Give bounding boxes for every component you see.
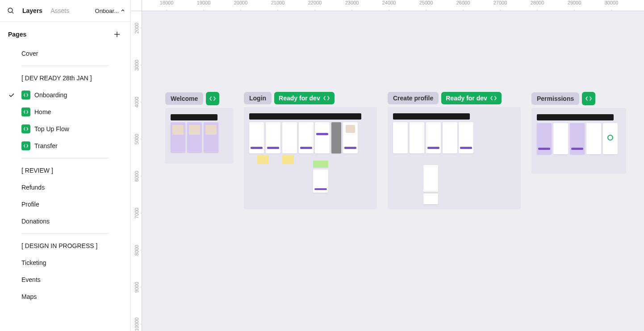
page-item-label: Cover bbox=[21, 50, 38, 57]
page-item[interactable]: Home bbox=[0, 103, 130, 120]
ruler-tick: 5000 bbox=[131, 134, 142, 145]
ruler-tick: 8000 bbox=[131, 245, 142, 256]
pages-list: Cover[ DEV READY 28th JAN ]OnboardingHom… bbox=[0, 43, 130, 331]
checkmark-icon bbox=[8, 91, 15, 99]
page-item-label: Ticketing bbox=[21, 259, 46, 266]
ruler-tick: 29000 bbox=[568, 0, 581, 11]
search-icon[interactable] bbox=[5, 5, 16, 16]
section-title-welcome[interactable]: Welcome bbox=[165, 92, 203, 105]
page-item[interactable]: Maps bbox=[0, 288, 130, 305]
page-item-label: Events bbox=[21, 276, 41, 283]
ruler-tick: 21000 bbox=[271, 0, 285, 11]
ruler-horizontal[interactable]: 1800019000200002100022000230002400025000… bbox=[142, 0, 644, 11]
ruler-tick: 24000 bbox=[382, 0, 396, 11]
ruler-tick: 25000 bbox=[419, 0, 433, 11]
ruler-tick: 18000 bbox=[160, 0, 174, 11]
ruler-tick: 3000 bbox=[131, 60, 142, 70]
ruler-vertical[interactable]: 2000300040005000600070008000900010000 bbox=[131, 11, 142, 331]
status-badge-label: Ready for dev bbox=[446, 95, 487, 102]
ruler-tick: 4000 bbox=[131, 97, 142, 108]
section-title-permissions[interactable]: Permissions bbox=[531, 92, 579, 105]
section-login[interactable]: Login Ready for dev bbox=[244, 92, 377, 209]
ruler-tick: 26000 bbox=[456, 0, 470, 11]
tab-layers[interactable]: Layers bbox=[21, 5, 44, 16]
page-item-label: Refunds bbox=[21, 184, 45, 191]
page-item[interactable]: Refunds bbox=[0, 179, 130, 196]
ruler-tick: 9000 bbox=[131, 282, 142, 293]
left-sidebar: Layers Assets Onboar... Pages Cover[ DEV… bbox=[0, 0, 131, 331]
svg-point-0 bbox=[8, 8, 13, 12]
page-item[interactable]: Cover bbox=[0, 45, 130, 62]
ruler-tick: 28000 bbox=[531, 0, 544, 11]
page-item[interactable]: Donations bbox=[0, 213, 130, 230]
dev-ready-icon bbox=[21, 124, 30, 133]
canvas[interactable]: 1800019000200002100022000230002400025000… bbox=[131, 0, 644, 331]
ruler-corner bbox=[131, 0, 142, 11]
ruler-tick: 7000 bbox=[131, 208, 142, 219]
page-item[interactable]: Profile bbox=[0, 196, 130, 213]
ruler-tick: 27000 bbox=[493, 0, 507, 11]
sidebar-tabs: Layers Assets Onboar... bbox=[0, 0, 130, 22]
status-badge-label: Ready for dev bbox=[279, 95, 320, 102]
svg-line-1 bbox=[12, 12, 13, 13]
ruler-tick: 23000 bbox=[345, 0, 359, 11]
add-page-button[interactable] bbox=[112, 29, 122, 40]
section-permissions[interactable]: Permissions bbox=[531, 92, 626, 174]
page-item-label: Donations bbox=[21, 218, 50, 225]
page-item-label: Home bbox=[34, 108, 51, 116]
page-item[interactable]: Transfer bbox=[0, 137, 130, 154]
code-icon bbox=[490, 95, 497, 102]
chevron-up-icon bbox=[121, 8, 125, 13]
page-item-label: [ DEV READY 28th JAN ] bbox=[21, 74, 92, 82]
page-divider bbox=[21, 233, 109, 234]
canvas-content[interactable]: Welcome Login bbox=[142, 11, 644, 331]
page-divider bbox=[21, 158, 109, 158]
dev-ready-icon bbox=[21, 141, 30, 150]
section-welcome[interactable]: Welcome bbox=[165, 92, 234, 164]
section-title-login[interactable]: Login bbox=[244, 92, 272, 104]
ruler-tick: 6000 bbox=[131, 171, 142, 182]
page-item[interactable]: Ticketing bbox=[0, 254, 130, 271]
page-item[interactable]: [ REVIEW ] bbox=[0, 162, 130, 179]
ruler-tick: 30000 bbox=[605, 0, 619, 11]
section-create-profile[interactable]: Create profile Ready for dev bbox=[388, 92, 521, 209]
ruler-tick: 20000 bbox=[234, 0, 248, 11]
page-item[interactable]: Top Up Flow bbox=[0, 120, 130, 137]
dev-status-icon[interactable] bbox=[206, 92, 219, 105]
page-item-label: Profile bbox=[21, 201, 39, 208]
code-icon bbox=[323, 95, 330, 102]
dev-status-icon[interactable] bbox=[582, 92, 595, 105]
page-item[interactable]: Onboarding bbox=[0, 87, 130, 103]
pages-header-label: Pages bbox=[8, 31, 26, 38]
ruler-tick: 10000 bbox=[131, 318, 142, 331]
page-divider bbox=[21, 66, 109, 66]
page-item-label: Top Up Flow bbox=[34, 125, 69, 132]
pages-header: Pages bbox=[0, 22, 130, 43]
dev-ready-icon bbox=[21, 91, 30, 99]
ruler-tick: 22000 bbox=[308, 0, 322, 11]
ruler-tick: 2000 bbox=[131, 23, 142, 33]
section-frame-login[interactable] bbox=[244, 107, 377, 209]
page-item[interactable]: [ DEV READY 28th JAN ] bbox=[0, 70, 130, 87]
dev-ready-icon bbox=[21, 108, 30, 116]
tab-assets[interactable]: Assets bbox=[49, 5, 71, 16]
page-dropdown[interactable]: Onboar... bbox=[95, 8, 125, 14]
ruler-tick: 19000 bbox=[197, 0, 211, 11]
page-item-label: Maps bbox=[21, 293, 37, 300]
section-frame-permissions[interactable] bbox=[531, 108, 626, 174]
page-item-label: Transfer bbox=[34, 142, 58, 149]
page-item[interactable]: Events bbox=[0, 271, 130, 288]
section-frame-create-profile[interactable] bbox=[388, 107, 521, 209]
section-title-create-profile[interactable]: Create profile bbox=[388, 92, 439, 104]
page-item-label: [ DESIGN IN PROGRESS ] bbox=[21, 242, 97, 249]
page-item-label: Onboarding bbox=[34, 91, 67, 99]
status-badge-login[interactable]: Ready for dev bbox=[274, 92, 335, 104]
page-item[interactable]: [ DESIGN IN PROGRESS ] bbox=[0, 237, 130, 254]
section-frame-welcome[interactable] bbox=[165, 108, 234, 164]
status-badge-create-profile[interactable]: Ready for dev bbox=[441, 92, 502, 104]
page-dropdown-label: Onboar... bbox=[95, 8, 119, 14]
page-item-label: [ REVIEW ] bbox=[21, 167, 53, 174]
